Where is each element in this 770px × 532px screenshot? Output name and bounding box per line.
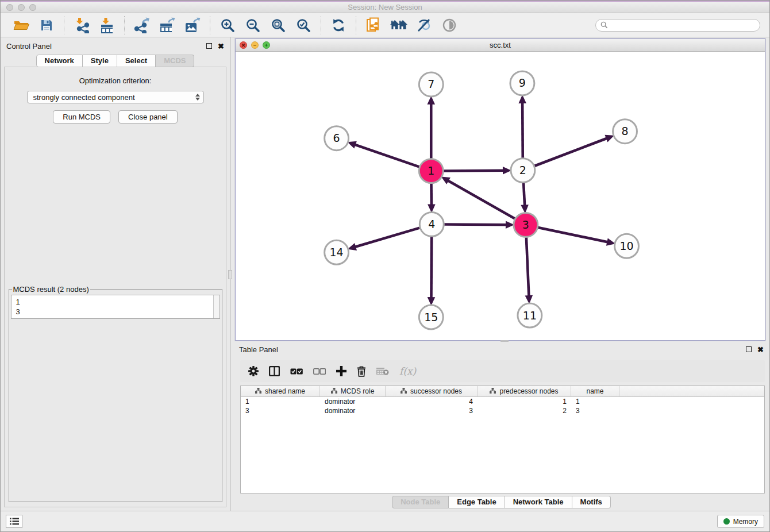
network-file-icon[interactable] [363, 16, 384, 35]
deselect-all-icon[interactable] [313, 368, 326, 375]
save-session-icon[interactable] [36, 16, 57, 35]
gear-icon[interactable] [248, 366, 259, 376]
table-row[interactable]: 1dominator411 [241, 397, 764, 406]
columns-icon[interactable] [269, 366, 280, 376]
graph-edge-1-6[interactable] [347, 141, 419, 167]
tab-select[interactable]: Select [117, 55, 156, 67]
tab-network[interactable]: Network [36, 55, 83, 67]
cell-MCDS-role[interactable]: dominator [320, 406, 386, 415]
export-table-icon[interactable] [157, 16, 178, 35]
toolbar-separator [210, 16, 210, 34]
panel-splitter-handle[interactable] [228, 270, 232, 279]
graph-edge-2-8[interactable] [534, 135, 614, 166]
graph-node-6[interactable]: 6 [325, 126, 349, 151]
hide-graphics-details-icon[interactable] [414, 16, 434, 35]
graph-edge-3-1[interactable] [441, 176, 515, 218]
cell-shared-name[interactable]: 3 [241, 406, 320, 415]
table-toolbar: f(x) [240, 360, 765, 382]
graph-node-7[interactable]: 7 [419, 72, 443, 97]
tab-network-table[interactable]: Network Table [505, 496, 572, 508]
cell-name[interactable]: 3 [571, 406, 619, 415]
zoom-selected-icon[interactable] [293, 16, 314, 35]
graph-node-15[interactable]: 15 [419, 305, 443, 329]
column-type-icon [331, 387, 337, 395]
close-panel-icon[interactable]: ✖ [218, 42, 224, 51]
criterion-select[interactable]: strongly connected component [27, 91, 204, 103]
graph-edge-4-15[interactable] [428, 237, 436, 306]
table-row[interactable]: 3dominator323 [241, 406, 764, 415]
graph-node-2[interactable]: 2 [511, 159, 535, 183]
refresh-icon[interactable] [328, 16, 349, 35]
function-builder-icon[interactable]: f(x) [399, 365, 416, 377]
graph-edge-1-4[interactable] [428, 184, 436, 213]
graph-node-4[interactable]: 4 [419, 212, 444, 236]
cell-name[interactable]: 1 [571, 397, 619, 406]
run-mcds-button[interactable]: Run MCDS [53, 110, 110, 124]
graph-node-11[interactable]: 11 [518, 303, 542, 327]
graph-edge-4-3[interactable] [444, 221, 514, 229]
show-graphics-details-icon[interactable] [439, 16, 460, 35]
column-header-predecessor-nodes[interactable]: predecessor nodes [478, 386, 571, 396]
float-panel-icon[interactable] [206, 43, 212, 49]
frame-resize-handle[interactable] [500, 340, 509, 342]
search-input[interactable] [611, 21, 755, 29]
mcds-result-list[interactable]: 13 [11, 295, 213, 318]
network-window-titlebar[interactable]: ✕ − + scc.txt [236, 39, 765, 52]
graph-edge-2-3[interactable] [521, 183, 529, 214]
column-header-successor-nodes[interactable]: successor nodes [386, 386, 478, 396]
search-field-container [595, 19, 760, 32]
cell-predecessor-nodes[interactable]: 2 [478, 406, 571, 415]
export-network-icon[interactable] [132, 16, 152, 35]
open-file-icon[interactable] [11, 16, 32, 35]
graph-node-3[interactable]: 3 [514, 213, 538, 237]
column-header-name[interactable]: name [571, 386, 619, 396]
import-network-icon[interactable] [71, 16, 92, 35]
zoom-fit-icon[interactable] [268, 16, 288, 35]
graph-edge-2-9[interactable] [518, 95, 526, 158]
column-header-shared-name[interactable]: shared name [241, 386, 320, 396]
cell-shared-name[interactable]: 1 [241, 397, 320, 406]
export-image-icon[interactable] [182, 16, 203, 35]
table-panel-title: Table Panel [239, 345, 278, 354]
graph-node-8[interactable]: 8 [613, 119, 637, 144]
tab-style[interactable]: Style [83, 55, 117, 67]
memory-button[interactable]: Memory [717, 515, 764, 528]
network-window-title: scc.txt [236, 41, 765, 49]
close-panel-button[interactable]: Close panel [118, 110, 178, 124]
result-scrollbar[interactable] [213, 295, 220, 318]
add-column-icon[interactable] [336, 366, 346, 376]
graph-edge-1-7[interactable] [427, 96, 435, 159]
float-panel-icon[interactable] [746, 346, 752, 352]
zoom-in-icon[interactable] [217, 16, 238, 35]
graph-node-9[interactable]: 9 [510, 71, 534, 95]
column-type-icon [401, 387, 407, 395]
graph-node-1[interactable]: 1 [419, 159, 443, 183]
svg-text:3: 3 [522, 218, 529, 231]
mcds-result-item[interactable]: 1 [16, 297, 209, 307]
graph-edge-3-10[interactable] [538, 228, 615, 246]
graph-edge-3-11[interactable] [525, 237, 533, 304]
mcds-result-item[interactable]: 3 [16, 307, 209, 317]
tab-edge-table[interactable]: Edge Table [449, 496, 505, 508]
import-table-icon[interactable] [97, 16, 117, 35]
graph-edge-4-14[interactable] [348, 228, 419, 250]
column-header-MCDS-role[interactable]: MCDS role [320, 386, 386, 396]
graph-node-14[interactable]: 14 [325, 240, 349, 264]
zoom-out-icon[interactable] [242, 16, 263, 35]
cell-successor-nodes[interactable]: 3 [386, 406, 478, 415]
graph-edge-1-2[interactable] [444, 167, 511, 175]
tab-node-table[interactable]: Node Table [392, 496, 449, 508]
tab-motifs[interactable]: Motifs [572, 496, 611, 508]
cell-predecessor-nodes[interactable]: 1 [478, 397, 571, 406]
tab-mcds[interactable]: MCDS [156, 55, 194, 67]
cell-MCDS-role[interactable]: dominator [320, 397, 386, 406]
task-history-button[interactable] [6, 515, 22, 528]
delete-table-icon[interactable] [376, 367, 389, 375]
delete-column-icon[interactable] [357, 366, 366, 377]
select-all-icon[interactable] [290, 368, 303, 375]
first-neighbors-icon[interactable] [388, 16, 409, 35]
cell-successor-nodes[interactable]: 4 [386, 397, 478, 406]
network-canvas[interactable]: 7968124314101511 [236, 52, 765, 340]
graph-node-10[interactable]: 10 [615, 234, 639, 258]
close-panel-icon[interactable]: ✖ [757, 345, 764, 354]
